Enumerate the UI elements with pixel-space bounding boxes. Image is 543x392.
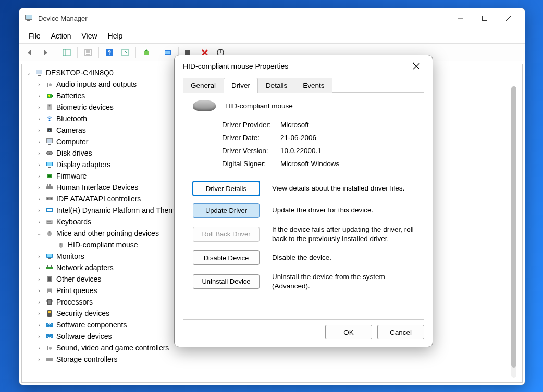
- chevron-right-icon[interactable]: ›: [35, 93, 43, 99]
- svg-rect-25: [47, 83, 48, 87]
- svg-rect-69: [48, 277, 51, 281]
- close-button[interactable]: [497, 10, 521, 27]
- signer-label: Digital Signer:: [222, 160, 280, 168]
- ok-button[interactable]: OK: [325, 325, 372, 339]
- category-label: Storage controllers: [56, 355, 118, 363]
- category-icon: [45, 355, 54, 364]
- chevron-right-icon[interactable]: ›: [35, 311, 43, 317]
- chevron-down-icon[interactable]: ⌄: [25, 70, 32, 76]
- svg-rect-1: [26, 15, 32, 19]
- maximize-button[interactable]: [473, 10, 497, 27]
- provider-value: Microsoft: [280, 121, 309, 129]
- svg-rect-23: [36, 70, 42, 74]
- menu-action[interactable]: Action: [46, 30, 77, 42]
- category-icon: [45, 217, 54, 226]
- chevron-right-icon[interactable]: ›: [35, 276, 43, 282]
- category-label: Security devices: [56, 309, 109, 318]
- uninstall-device-desc: Uninstall the device from the system (Ad…: [272, 272, 414, 290]
- disable-device-button[interactable]: Disable Device: [193, 250, 260, 265]
- chevron-right-icon[interactable]: ›: [35, 82, 43, 87]
- chevron-right-icon[interactable]: ›: [35, 334, 43, 339]
- menu-help[interactable]: Help: [103, 30, 128, 42]
- svg-rect-15: [122, 49, 128, 56]
- svg-rect-56: [50, 221, 51, 222]
- category-icon: [45, 160, 54, 169]
- chevron-right-icon[interactable]: ›: [35, 322, 43, 328]
- properties-dialog: HID-compliant mouse Properties General D…: [174, 55, 433, 347]
- category-label: Software components: [56, 321, 127, 329]
- category-icon: [45, 297, 54, 307]
- forward-button[interactable]: [38, 45, 53, 60]
- tab-details[interactable]: Details: [258, 78, 295, 93]
- svg-rect-57: [47, 223, 52, 224]
- tab-content: HID-compliant mouse Driver Provider:Micr…: [183, 93, 424, 320]
- menu-view[interactable]: View: [76, 30, 102, 42]
- update-driver-button[interactable]: [139, 45, 154, 60]
- chevron-right-icon[interactable]: ›: [35, 116, 43, 122]
- minimize-button[interactable]: [449, 10, 473, 27]
- update-driver-button[interactable]: Update Driver: [193, 203, 260, 218]
- chevron-right-icon[interactable]: ›: [35, 162, 43, 168]
- svg-rect-45: [46, 186, 53, 189]
- chevron-right-icon[interactable]: ›: [35, 357, 43, 362]
- titlebar[interactable]: Device Manager: [19, 8, 525, 28]
- chevron-right-icon[interactable]: ›: [35, 105, 43, 110]
- category-icon: [45, 286, 54, 295]
- category-label: Keyboards: [56, 218, 91, 226]
- svg-rect-66: [47, 265, 48, 267]
- chevron-right-icon[interactable]: ›: [35, 173, 43, 179]
- tab-driver[interactable]: Driver: [224, 78, 258, 93]
- scan-hardware-button[interactable]: [161, 45, 175, 60]
- category-icon: [45, 206, 54, 215]
- action-button[interactable]: [118, 45, 132, 60]
- svg-rect-24: [38, 75, 41, 76]
- tab-events[interactable]: Events: [295, 78, 332, 93]
- menubar: File Action View Help: [19, 28, 525, 44]
- category-label: Monitors: [56, 252, 84, 260]
- version-value: 10.0.22000.1: [280, 147, 322, 155]
- tree-category[interactable]: ›Storage controllers: [24, 353, 520, 365]
- chevron-down-icon[interactable]: ⌄: [35, 231, 43, 236]
- scroll-thumb[interactable]: [511, 86, 516, 368]
- chevron-right-icon[interactable]: ›: [35, 150, 43, 156]
- chevron-right-icon[interactable]: ›: [35, 208, 43, 213]
- svg-rect-74: [48, 300, 51, 304]
- svg-point-50: [51, 198, 52, 200]
- svg-rect-42: [48, 167, 51, 168]
- cancel-button[interactable]: Cancel: [377, 325, 424, 339]
- show-hide-tree-button[interactable]: [59, 45, 74, 60]
- chevron-right-icon[interactable]: ›: [35, 128, 43, 133]
- dialog-titlebar[interactable]: HID-compliant mouse Properties: [175, 55, 433, 77]
- tab-general[interactable]: General: [183, 78, 224, 93]
- chevron-right-icon[interactable]: ›: [35, 345, 43, 351]
- menu-file[interactable]: File: [23, 30, 46, 42]
- close-icon[interactable]: [409, 58, 424, 74]
- category-label: Firmware: [56, 172, 87, 180]
- date-value: 21-06-2006: [280, 134, 316, 142]
- chevron-right-icon[interactable]: ›: [35, 219, 43, 225]
- svg-point-33: [49, 130, 50, 131]
- chevron-right-icon[interactable]: ›: [35, 185, 43, 191]
- help-button[interactable]: ?: [102, 45, 117, 60]
- uninstall-device-button[interactable]: Uninstall Device: [193, 274, 260, 289]
- back-button[interactable]: [22, 45, 37, 60]
- chevron-right-icon[interactable]: ›: [35, 299, 43, 305]
- category-icon: [45, 194, 54, 204]
- properties-button[interactable]: [81, 45, 95, 60]
- chevron-right-icon[interactable]: ›: [35, 139, 43, 145]
- chevron-right-icon[interactable]: ›: [35, 254, 43, 259]
- svg-rect-19: [185, 50, 190, 55]
- signer-value: Microsoft Windows: [280, 160, 339, 168]
- chevron-right-icon[interactable]: ›: [35, 265, 43, 271]
- svg-rect-65: [46, 267, 53, 269]
- svg-rect-86: [47, 346, 48, 350]
- rollback-driver-desc: If the device fails after updating the d…: [272, 225, 414, 243]
- device-name: HID-compliant mouse: [225, 102, 293, 110]
- chevron-right-icon[interactable]: ›: [35, 288, 43, 294]
- scrollbar[interactable]: [511, 86, 516, 378]
- svg-rect-80: [48, 311, 51, 313]
- category-label: Other devices: [56, 275, 101, 283]
- svg-point-30: [49, 120, 51, 121]
- driver-details-button[interactable]: Driver Details: [193, 181, 260, 196]
- chevron-right-icon[interactable]: ›: [35, 196, 43, 202]
